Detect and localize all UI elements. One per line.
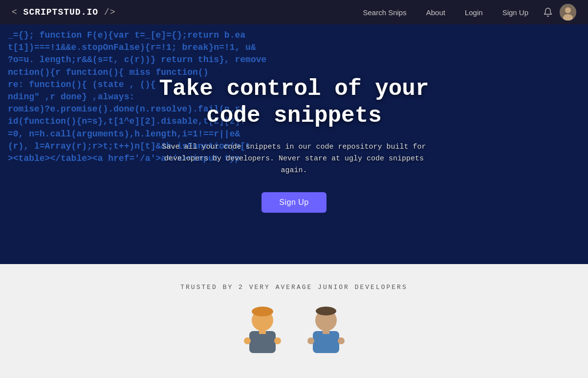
developer-avatar-1 <box>240 306 284 359</box>
hero-title-line2: code snippets <box>206 103 382 129</box>
svg-point-7 <box>244 337 251 344</box>
svg-point-8 <box>274 337 281 344</box>
svg-point-10 <box>316 307 336 315</box>
trusted-label: TRUSTED BY 2 VERY AVERAGE JUNIOR DEVELOP… <box>10 284 578 291</box>
search-snips-link[interactable]: Search Snips <box>355 5 414 20</box>
svg-rect-11 <box>313 331 339 353</box>
svg-point-14 <box>338 337 345 344</box>
hero-cta-button[interactable]: Sign Up <box>261 192 326 213</box>
user-avatar[interactable] <box>560 4 576 21</box>
svg-rect-6 <box>259 329 266 334</box>
svg-rect-12 <box>323 329 329 334</box>
hero-title: Take control of your code snippets <box>159 76 429 130</box>
logo-bracket-close: /> <box>98 7 115 17</box>
navbar: < SCRIPTSTUD.IO /> Search Snips About Lo… <box>0 0 588 24</box>
svg-point-13 <box>307 337 314 344</box>
developer-avatar-2 <box>304 306 348 359</box>
developer-avatars <box>10 306 578 359</box>
bell-icon[interactable] <box>540 4 556 20</box>
signup-link[interactable]: Sign Up <box>495 5 536 20</box>
hero-title-line1: Take control of your <box>159 76 429 102</box>
trusted-section: TRUSTED BY 2 VERY AVERAGE JUNIOR DEVELOP… <box>0 264 588 374</box>
svg-point-4 <box>252 307 273 316</box>
hero-subtitle: Save all your code snippets in our code … <box>152 141 436 177</box>
hero-overlay: Take control of your code snippets Save … <box>0 24 588 264</box>
nav-right: Search Snips About Login Sign Up <box>355 4 577 21</box>
svg-rect-5 <box>249 331 276 353</box>
login-link[interactable]: Login <box>457 5 491 20</box>
svg-point-1 <box>565 7 571 13</box>
about-link[interactable]: About <box>418 5 453 20</box>
logo-bracket-open: < <box>12 7 23 17</box>
logo[interactable]: < SCRIPTSTUD.IO /> <box>12 7 115 17</box>
hero-section: _={}; function F(e){var t=_[e]={};return… <box>0 24 588 264</box>
logo-text: SCRIPTSTUD.IO <box>23 7 98 17</box>
